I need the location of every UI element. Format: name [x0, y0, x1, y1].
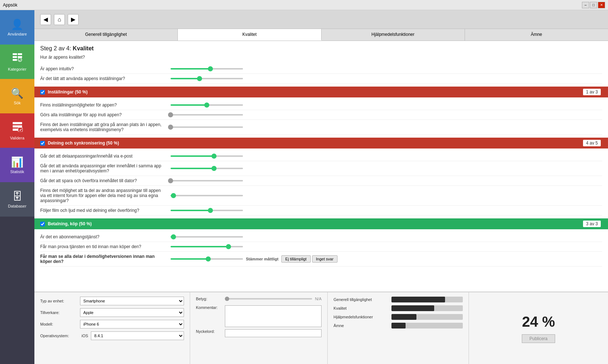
- section-counter-installningar: 1 av 3: [583, 89, 601, 95]
- keyword-input[interactable]: [225, 329, 322, 337]
- kommentar-row: Kommentar:: [196, 304, 322, 327]
- kommentar-textarea[interactable]: [225, 305, 322, 327]
- slider-track[interactable]: [171, 114, 243, 116]
- sidebar-label-statistik: Statistik: [10, 170, 24, 174]
- typ-select[interactable]: Smartphone: [80, 297, 184, 305]
- progress-bar-bg: [391, 305, 463, 311]
- ej-tillämpligt-button[interactable]: Ej tillämpligt: [281, 255, 311, 263]
- publish-button[interactable]: Publicera: [522, 334, 555, 343]
- sidebar-item-statistik[interactable]: 📊 Statistik: [0, 148, 34, 182]
- question-row: Finns inställningsmöjligheter för appen?: [40, 100, 602, 110]
- form-row-os: Operativsystem: iOS 8.4.1: [40, 331, 184, 340]
- sidebar-item-kategorier[interactable]: ✔ Kategorier: [0, 45, 34, 79]
- slider-track[interactable]: [171, 180, 243, 181]
- forward-button[interactable]: ▶: [68, 14, 79, 25]
- inget-svar-button[interactable]: Inget svar: [312, 255, 337, 263]
- question-text: Går det att använda anpassningar eller i…: [40, 163, 171, 173]
- slider-container[interactable]: [171, 210, 602, 211]
- slider-track[interactable]: [171, 246, 243, 247]
- sidebar-item-databaser[interactable]: 🗄 Databaser: [0, 182, 34, 217]
- tab-amne[interactable]: Ämne: [465, 29, 608, 41]
- form-row-typ: Typ av enhet: Smartphone: [40, 297, 184, 305]
- slider-container[interactable]: [171, 180, 602, 181]
- modell-select[interactable]: iPhone 6: [80, 320, 184, 329]
- section-title-betalning: Betalning, köp (50 %): [48, 221, 583, 226]
- slider-container[interactable]: [171, 114, 602, 116]
- slider-container[interactable]: [171, 155, 602, 157]
- svg-rect-0: [13, 53, 17, 55]
- content-scroll[interactable]: Steg 2 av 4: Kvalitet Hur är appens kval…: [34, 41, 608, 292]
- slider-thumb[interactable]: [171, 193, 176, 198]
- slider-track[interactable]: [171, 78, 243, 79]
- kommentar-label: Kommentar:: [196, 304, 225, 310]
- slider-container[interactable]: [171, 126, 602, 128]
- slider-track[interactable]: [171, 195, 243, 196]
- minimize-button[interactable]: –: [582, 2, 589, 8]
- os-version-select[interactable]: 8.4.1: [91, 331, 184, 340]
- slider-track[interactable]: [171, 104, 243, 106]
- tab-kvalitet[interactable]: Kvalitet: [178, 29, 321, 41]
- close-button[interactable]: ✕: [598, 2, 605, 8]
- tab-hjalpmedel[interactable]: Hjälpmedelsfunktioner: [322, 29, 465, 41]
- slider-thumb[interactable]: [211, 166, 217, 171]
- slider-thumb[interactable]: [168, 125, 173, 130]
- slider-thumb[interactable]: [204, 102, 209, 108]
- section-delning: Delning och synkronisering (50 %) 4 av 5: [34, 138, 608, 148]
- slider-thumb[interactable]: [168, 112, 173, 117]
- app-container: 👤 Användare ✔ Kategorier 🔍 Sök: [0, 10, 608, 364]
- slider-thumb[interactable]: [226, 244, 231, 249]
- bottom-comment: Betyg: N/A Kommentar: Nyckelord:: [190, 292, 328, 364]
- slider-thumb[interactable]: [197, 76, 202, 81]
- slider-thumb[interactable]: [168, 178, 173, 183]
- maximize-button[interactable]: □: [590, 2, 597, 8]
- betyg-slider[interactable]: [225, 298, 312, 300]
- slider-thumb[interactable]: [171, 234, 176, 239]
- section-title-installningar: Inställningar (50 %): [48, 89, 583, 95]
- sidebar-item-users[interactable]: 👤 Användare: [0, 10, 34, 45]
- slider-track[interactable]: [171, 168, 243, 169]
- question-row: Följer film och ljud med vid delning ell…: [40, 206, 602, 216]
- slider-track[interactable]: [171, 126, 243, 128]
- slider-track[interactable]: [171, 68, 243, 70]
- slider-container[interactable]: [171, 104, 602, 106]
- slider-container[interactable]: Stämmer måttligt Ej tillämpligt Inget sv…: [171, 255, 602, 263]
- home-button[interactable]: ⌂: [54, 14, 65, 25]
- tillverkare-select[interactable]: Apple: [80, 308, 184, 317]
- slider-thumb[interactable]: [208, 208, 213, 213]
- slider-track[interactable]: [171, 236, 243, 238]
- databaser-icon: 🗄: [12, 191, 22, 202]
- section-checkbox-delning[interactable]: [40, 141, 45, 146]
- sidebar-label-kategorier: Kategorier: [8, 67, 26, 71]
- svg-text:✔: ✔: [19, 128, 22, 132]
- section-checkbox-installningar[interactable]: [40, 90, 45, 95]
- slider-container[interactable]: [171, 78, 602, 79]
- section-installningar: Inställningar (50 %) 1 av 3: [34, 87, 608, 97]
- section-betalning: Betalning, köp (50 %) 3 av 3: [34, 218, 608, 229]
- slider-container[interactable]: [171, 68, 602, 70]
- section-checkbox-betalning[interactable]: [40, 222, 45, 226]
- users-icon: 👤: [11, 18, 24, 30]
- slider-thumb[interactable]: [211, 154, 217, 159]
- slider-thumb[interactable]: [208, 66, 213, 71]
- slider-container[interactable]: [171, 246, 602, 247]
- slider-track[interactable]: [171, 258, 243, 260]
- slider-track[interactable]: [171, 155, 243, 157]
- slider-container[interactable]: [171, 236, 602, 238]
- question-text: Får man prova tjänsten en tid innan man …: [40, 244, 171, 249]
- back-button[interactable]: ◀: [40, 14, 51, 25]
- sidebar-item-validera[interactable]: ✔ Validera: [0, 113, 34, 148]
- slider-container[interactable]: [171, 195, 602, 196]
- question-row-last: Får man se alla delar i demo/lighetversi…: [40, 252, 602, 267]
- big-percent: 24 %: [522, 314, 555, 330]
- tab-generell[interactable]: Generell tillgänglighet: [34, 29, 178, 41]
- question-text: Är det en abonnemangstjänst?: [40, 234, 171, 239]
- slider-track[interactable]: [171, 210, 243, 211]
- section-title-delning: Delning och synkronisering (50 %): [48, 141, 583, 146]
- sidebar-item-sok[interactable]: 🔍 Sök: [0, 79, 34, 113]
- section-counter-delning: 4 av 5: [583, 140, 601, 146]
- slider-container[interactable]: [171, 168, 602, 169]
- slider-thumb[interactable]: [206, 256, 211, 262]
- question-row: Går det att spara och överföra innehålle…: [40, 176, 602, 186]
- betyg-label: Betyg:: [196, 297, 225, 301]
- answer-label: Stämmer måttligt: [246, 257, 278, 261]
